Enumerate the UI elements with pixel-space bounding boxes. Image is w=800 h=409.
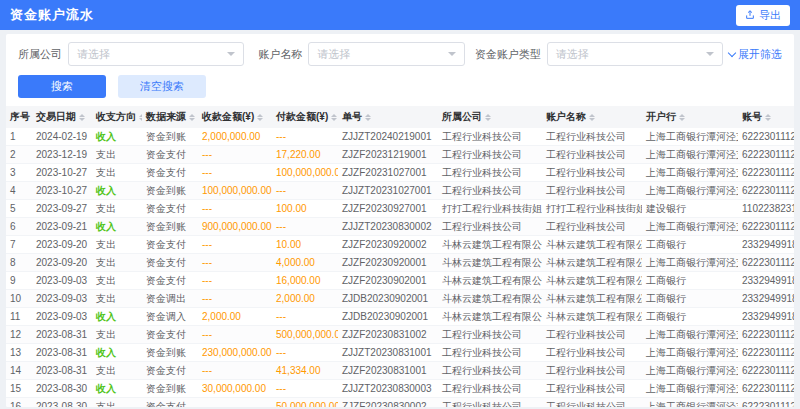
cell-order: ZJZF20230831001 <box>338 362 438 380</box>
expand-filters-link[interactable]: 展开筛选 <box>729 47 782 62</box>
sort-icon[interactable] <box>679 111 685 124</box>
table-row[interactable]: 52023-09-27支出资金支付---100.00ZJZF2023092700… <box>6 200 794 218</box>
column-header-company[interactable]: 所属公司 <box>438 106 542 128</box>
cell-index: 3 <box>6 164 32 182</box>
cell-index: 16 <box>6 398 32 408</box>
cell-company: 工程行业科技公司 <box>438 326 542 344</box>
export-button[interactable]: 导出 <box>736 5 790 26</box>
cell-index: 5 <box>6 200 32 218</box>
cell-bank: 上海工商银行潭河泾支行 <box>642 128 738 146</box>
cell-order: ZJZF20230920002 <box>338 236 438 254</box>
cell-company: 斗林云建筑工程有限公司 <box>438 236 542 254</box>
sort-icon[interactable] <box>765 111 771 124</box>
account-type-select[interactable]: 请选择 <box>547 42 723 66</box>
table-row[interactable]: 72023-09-20支出资金支付---10.00ZJZF20230920002… <box>6 236 794 254</box>
cell-number: 6222301112 <box>738 254 794 272</box>
table-row[interactable]: 152023-08-30收入资金到账30,000,000.00---ZJJZT2… <box>6 380 794 398</box>
cell-payment: 17,220.00 <box>272 146 338 164</box>
cell-index: 2 <box>6 146 32 164</box>
cell-direction: 支出 <box>92 236 142 254</box>
sort-icon[interactable] <box>331 111 337 124</box>
company-filter-label: 所属公司 <box>18 47 62 62</box>
cell-receipt: --- <box>198 236 272 254</box>
search-button[interactable]: 搜索 <box>18 75 106 98</box>
cell-source: 资金支付 <box>142 272 198 290</box>
cell-order: ZJJZT20230830002 <box>338 218 438 236</box>
column-header-payment[interactable]: 付款金额(¥) <box>272 106 338 128</box>
cell-direction: 收入 <box>92 344 142 362</box>
sort-icon[interactable] <box>365 111 371 124</box>
table-row[interactable]: 112023-09-03收入资金调入2,000.00---ZJDB2023090… <box>6 308 794 326</box>
cell-order: ZJZF20231219001 <box>338 146 438 164</box>
column-header-number[interactable]: 账号 <box>738 106 794 128</box>
column-header-source[interactable]: 数据来源 <box>142 106 198 128</box>
table-row[interactable]: 32023-10-27支出资金支付---100,000,000.00ZJZF20… <box>6 164 794 182</box>
cell-date: 2023-09-03 <box>32 290 92 308</box>
cell-number: 2332949918 <box>738 290 794 308</box>
cell-receipt: 230,000,000.00 <box>198 344 272 362</box>
chevron-down-icon <box>448 52 456 60</box>
column-header-order[interactable]: 单号 <box>338 106 438 128</box>
table-row[interactable]: 122023-08-31支出资金支付---500,000,000.00ZJZF2… <box>6 326 794 344</box>
column-header-receipt[interactable]: 收款金额(¥) <box>198 106 272 128</box>
cell-source: 资金支付 <box>142 254 198 272</box>
column-header-bank[interactable]: 开户行 <box>642 106 738 128</box>
cell-order: ZJJZT20231027001 <box>338 182 438 200</box>
cell-account: 工程行业科技公司 <box>542 398 642 408</box>
sort-icon[interactable] <box>139 111 142 124</box>
cell-order: ZJZF20230920001 <box>338 254 438 272</box>
cell-number: 6222301112 <box>738 326 794 344</box>
sort-icon[interactable] <box>485 111 491 124</box>
column-label: 开户行 <box>646 111 676 122</box>
table-row[interactable]: 22023-12-19支出资金支付---17,220.00ZJZF2023121… <box>6 146 794 164</box>
column-label: 收支方向 <box>96 111 136 122</box>
cell-direction: 支出 <box>92 272 142 290</box>
column-header-direction[interactable]: 收支方向 <box>92 106 142 128</box>
column-header-date[interactable]: 交易日期 <box>32 106 92 128</box>
table-row[interactable]: 142023-08-31支出资金支付---41,334.00ZJZF202308… <box>6 362 794 380</box>
cell-source: 资金调入 <box>142 308 198 326</box>
sort-icon[interactable] <box>79 111 85 124</box>
company-select[interactable]: 请选择 <box>68 42 244 66</box>
table-row[interactable]: 92023-09-03支出资金支付---16,000.00ZJZF2023090… <box>6 272 794 290</box>
sort-icon[interactable] <box>257 111 263 124</box>
table-row[interactable]: 12024-02-19收入资金到账2,000,000.00---ZJJZT202… <box>6 128 794 146</box>
cell-account: 斗林云建筑工程有限公司 <box>542 290 642 308</box>
cell-order: ZJJZT20240219001 <box>338 128 438 146</box>
account-name-select[interactable]: 请选择 <box>308 42 465 66</box>
cell-order: ZJDB20230902001 <box>338 308 438 326</box>
column-header-account[interactable]: 账户名称 <box>542 106 642 128</box>
sort-icon[interactable] <box>589 111 595 124</box>
column-label: 序号 <box>10 111 30 122</box>
cell-source: 资金支付 <box>142 200 198 218</box>
cell-payment: 100.00 <box>272 200 338 218</box>
cell-source: 资金调出 <box>142 290 198 308</box>
table-row[interactable]: 132023-08-31收入资金到账230,000,000.00---ZJJZT… <box>6 344 794 362</box>
table-row[interactable]: 102023-09-03支出资金调出---2,000.00ZJDB2023090… <box>6 290 794 308</box>
cell-number: 1102238231 <box>738 200 794 218</box>
table-row[interactable]: 42023-10-27收入资金到账100,000,000.00---ZJJZT2… <box>6 182 794 200</box>
table-row[interactable]: 162023-08-30支出资金支付---50,000,000.00ZJZF20… <box>6 398 794 408</box>
cell-receipt: 900,000,000.00 <box>198 218 272 236</box>
chevron-down-icon <box>706 52 714 60</box>
table-row[interactable]: 62023-09-21收入资金到账900,000,000.00---ZJJZT2… <box>6 218 794 236</box>
sort-icon[interactable] <box>189 111 195 124</box>
cell-direction: 收入 <box>92 128 142 146</box>
table-row[interactable]: 82023-09-20支出资金支付---4,000.00ZJZF20230920… <box>6 254 794 272</box>
cell-account: 斗林云建筑工程有限公司 <box>542 236 642 254</box>
cell-number: 6222301112 <box>738 182 794 200</box>
clear-search-button[interactable]: 清空搜索 <box>118 75 206 98</box>
export-label: 导出 <box>759 8 781 23</box>
cell-source: 资金支付 <box>142 362 198 380</box>
column-label: 账户名称 <box>546 111 586 122</box>
cell-direction: 收入 <box>92 182 142 200</box>
cell-receipt: --- <box>198 272 272 290</box>
cell-payment: --- <box>272 380 338 398</box>
cell-direction: 支出 <box>92 200 142 218</box>
cell-index: 4 <box>6 182 32 200</box>
cell-source: 资金支付 <box>142 164 198 182</box>
cell-payment: --- <box>272 218 338 236</box>
cell-order: ZJZF20230927001 <box>338 200 438 218</box>
cell-account: 工程行业科技公司 <box>542 380 642 398</box>
cell-account: 斗林云建筑工程有限公司 <box>542 308 642 326</box>
